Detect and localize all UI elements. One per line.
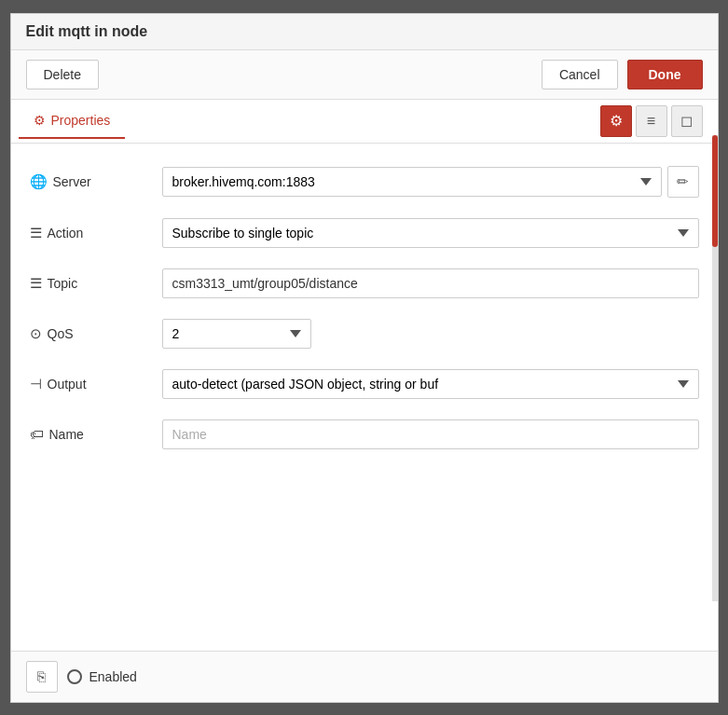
- topic-icon: ☰: [30, 275, 42, 292]
- output-row: ⊣ Output auto-detect (parsed JSON object…: [30, 369, 699, 399]
- tab-icon-doc[interactable]: ≡: [636, 105, 667, 137]
- topic-row: ☰ Topic: [30, 268, 699, 298]
- name-tag-icon: 🏷: [30, 426, 44, 442]
- dialog-toolbar: Delete Cancel Done: [11, 50, 718, 100]
- server-edit-button[interactable]: ✏: [667, 166, 699, 198]
- dialog-title: Edit mqtt in node: [11, 14, 718, 50]
- qos-row: ⊙ QoS 2 0 1: [30, 319, 699, 349]
- copy-button[interactable]: ⎘: [26, 661, 58, 693]
- topic-input[interactable]: [162, 268, 699, 298]
- name-label: 🏷 Name: [30, 426, 151, 442]
- qos-select[interactable]: 2 0 1: [162, 319, 311, 349]
- name-row: 🏷 Name: [30, 419, 699, 449]
- tab-properties[interactable]: ⚙ Properties: [19, 103, 126, 139]
- topic-label: ☰ Topic: [30, 275, 151, 292]
- scrollbar-thumb: [712, 135, 718, 247]
- delete-button[interactable]: Delete: [26, 60, 99, 89]
- qos-control: 2 0 1: [162, 319, 699, 349]
- qos-label: ⊙ QoS: [30, 325, 151, 342]
- server-label: 🌐 Server: [30, 173, 151, 190]
- properties-gear-icon: ⚙: [34, 113, 46, 128]
- qos-icon: ⊙: [30, 325, 42, 342]
- name-control: [162, 419, 699, 449]
- cancel-button[interactable]: Cancel: [542, 60, 618, 89]
- name-input[interactable]: [162, 419, 699, 449]
- scrollbar[interactable]: [712, 135, 718, 601]
- server-control: broker.hivemq.com:1883 ✏: [162, 166, 699, 198]
- output-label: ⊣ Output: [30, 376, 151, 392]
- server-row: 🌐 Server broker.hivemq.com:1883 ✏: [30, 166, 699, 198]
- output-select[interactable]: auto-detect (parsed JSON object, string …: [162, 369, 699, 399]
- action-control: Subscribe to single topic: [162, 218, 699, 248]
- tab-properties-label: Properties: [51, 113, 111, 128]
- enabled-label: Enabled: [89, 669, 137, 684]
- globe-icon: 🌐: [30, 173, 48, 190]
- action-select[interactable]: Subscribe to single topic: [162, 218, 699, 248]
- edit-dialog: Edit mqtt in node Delete Cancel Done ⚙ P…: [10, 13, 719, 703]
- output-control: auto-detect (parsed JSON object, string …: [162, 369, 699, 399]
- output-icon: ⊣: [30, 376, 42, 392]
- tab-icons: ⚙ ≡ ◻: [593, 100, 710, 143]
- tabs-bar: ⚙ Properties ⚙ ≡ ◻: [11, 100, 718, 144]
- action-row: ☰ Action Subscribe to single topic: [30, 218, 699, 248]
- tab-icon-gear[interactable]: ⚙: [600, 105, 632, 137]
- toolbar-right: Cancel Done: [542, 60, 703, 89]
- form-body: 🌐 Server broker.hivemq.com:1883 ✏ ☰ Acti…: [11, 144, 718, 651]
- done-button[interactable]: Done: [627, 60, 703, 89]
- action-label: ☰ Action: [30, 225, 151, 241]
- tab-icon-layout[interactable]: ◻: [671, 105, 703, 137]
- enabled-toggle[interactable]: Enabled: [67, 669, 137, 684]
- server-select[interactable]: broker.hivemq.com:1883: [162, 167, 662, 197]
- topic-control: [162, 268, 699, 298]
- action-icon: ☰: [30, 225, 42, 241]
- dialog-footer: ⎘ Enabled: [11, 651, 718, 702]
- toggle-circle-icon: [67, 669, 82, 684]
